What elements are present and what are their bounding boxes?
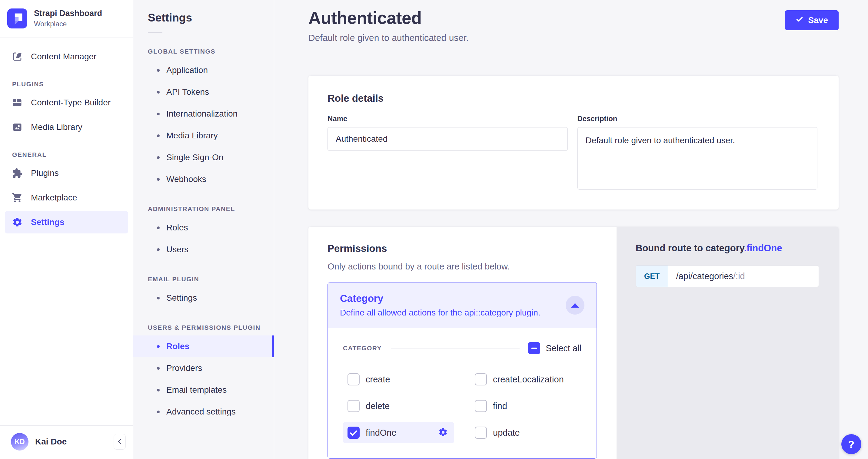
subnav-header-global-settings: GLOBAL SETTINGS [148,48,274,55]
bullet-icon [157,91,160,94]
bound-route-heading: Bound route to category.findOne [636,243,819,254]
permission-action-find[interactable]: find [470,395,512,417]
subnav-item-email-settings[interactable]: Settings [133,287,274,309]
subnav-item-media-library[interactable]: Media Library [133,125,274,146]
checkbox-createLocalization[interactable] [475,373,487,386]
subnav-header-administration-panel: ADMINISTRATION PANEL [148,205,274,212]
permission-action-findOne[interactable]: findOne [343,422,454,443]
bound-route-panel: Bound route to category.findOne GET /api… [617,227,839,459]
subnav-header-email-plugin: EMAIL PLUGIN [148,275,274,283]
collapse-sidebar-button[interactable] [114,434,126,450]
action-settings-button[interactable] [438,427,448,438]
permissions-subtitle: Only actions bound by a route are listed… [328,262,597,271]
bullet-icon [157,297,160,299]
subnav-item-single-sign-on[interactable]: Single Sign-On [133,146,274,168]
sidebar-item-label: Plugins [31,168,59,178]
subnav-item-application[interactable]: Application [133,59,274,81]
strapi-logo-icon [7,8,27,29]
subnav-item-providers[interactable]: Providers [133,357,274,379]
main-content: Authenticated Default role given to auth… [274,0,868,459]
puzzle-icon [11,167,23,179]
divider [148,32,162,33]
sidebar-item-marketplace[interactable]: Marketplace [5,187,128,209]
route-path: /api/categories/:id [668,265,752,287]
permissions-heading: Permissions [328,243,597,254]
triangle-up-icon [571,303,579,307]
bullet-icon [157,178,160,181]
bullet-icon [157,134,160,137]
subnav-item-advanced-settings[interactable]: Advanced settings [133,401,274,423]
bullet-icon [157,248,160,251]
bullet-icon [157,411,160,413]
main-sidebar: Strapi Dashboard Workplace Content Manag… [0,0,133,459]
checkbox-find[interactable] [475,400,487,412]
route-display: GET /api/categories/:id [636,265,819,287]
sidebar-item-label: Content Manager [31,52,96,62]
subnav-item-admin-users[interactable]: Users [133,238,274,260]
bound-route-action: .findOne [744,243,782,254]
nav-section-header-general: GENERAL [12,151,133,158]
permission-action-update[interactable]: update [470,422,524,443]
name-label: Name [328,114,568,123]
bullet-icon [157,69,160,72]
sidebar-item-plugins[interactable]: Plugins [5,162,128,185]
gear-icon [438,427,448,438]
brand[interactable]: Strapi Dashboard Workplace [0,0,133,37]
sidebar-item-settings[interactable]: Settings [5,211,128,233]
cart-icon [11,192,23,203]
subnav-item-api-tokens[interactable]: API Tokens [133,81,274,103]
select-all-checkbox[interactable] [528,342,540,354]
subnav-item-internationalization[interactable]: Internationalization [133,103,274,125]
sidebar-item-label: Settings [31,218,64,227]
role-description-textarea[interactable]: Default role given to authenticated user… [578,127,818,190]
permission-action-create[interactable]: create [343,369,395,390]
checkbox-findOne[interactable] [347,427,360,439]
category-accordion: Category Define all allowed actions for … [328,282,597,459]
collapse-accordion-button[interactable] [566,296,584,315]
user-name[interactable]: Kai Doe [35,437,114,447]
category-group-label: CATEGORY [343,345,382,352]
content-manager-icon [11,51,23,62]
permission-action-createLocalization[interactable]: createLocalization [470,369,568,390]
page-subtitle: Default role given to authenticated user… [308,33,469,43]
sidebar-item-content-type-builder[interactable]: Content-Type Builder [5,92,128,114]
checkbox-delete[interactable] [347,400,360,412]
bullet-icon [157,367,160,370]
bullet-icon [157,389,160,392]
category-accordion-header[interactable]: Category Define all allowed actions for … [328,283,596,328]
question-mark-icon: ? [848,438,855,450]
bullet-icon [157,227,160,229]
sidebar-item-label: Media Library [31,122,83,132]
subnav-item-email-templates[interactable]: Email templates [133,379,274,401]
divider [391,348,520,349]
subnav-item-up-roles[interactable]: Roles [133,335,274,357]
sidebar-item-content-manager[interactable]: Content Manager [5,45,128,68]
bullet-icon [157,112,160,116]
sidebar-item-media-library[interactable]: Media Library [5,116,128,138]
settings-subnav: Settings GLOBAL SETTINGS Application API… [133,0,274,459]
subnav-item-webhooks[interactable]: Webhooks [133,168,274,190]
http-method-badge: GET [636,265,668,287]
permissions-card: Permissions Only actions bound by a rout… [308,227,617,459]
checkbox-update[interactable] [475,427,487,439]
role-details-card: Role details Name Description Default ro… [308,76,839,209]
select-all[interactable]: Select all [528,342,581,354]
accordion-title: Category [340,293,540,304]
role-name-input[interactable] [328,127,568,151]
checkbox-create[interactable] [347,373,360,386]
help-button[interactable]: ? [841,434,861,454]
save-button[interactable]: Save [785,10,839,30]
subnav-item-admin-roles[interactable]: Roles [133,217,274,238]
app-title: Strapi Dashboard [34,9,102,18]
role-details-heading: Role details [328,93,817,104]
chevron-left-icon [116,437,124,446]
permission-action-delete[interactable]: delete [343,395,394,417]
avatar[interactable]: KD [11,433,29,451]
content-type-builder-icon [11,97,23,108]
gear-icon [11,217,23,228]
subnav-header-users-permissions-plugin: USERS & PERMISSIONS PLUGIN [148,324,274,331]
workspace-name: Workplace [34,20,102,28]
check-icon [796,15,803,26]
subnav-title: Settings [148,11,274,24]
sidebar-item-label: Content-Type Builder [31,98,111,107]
